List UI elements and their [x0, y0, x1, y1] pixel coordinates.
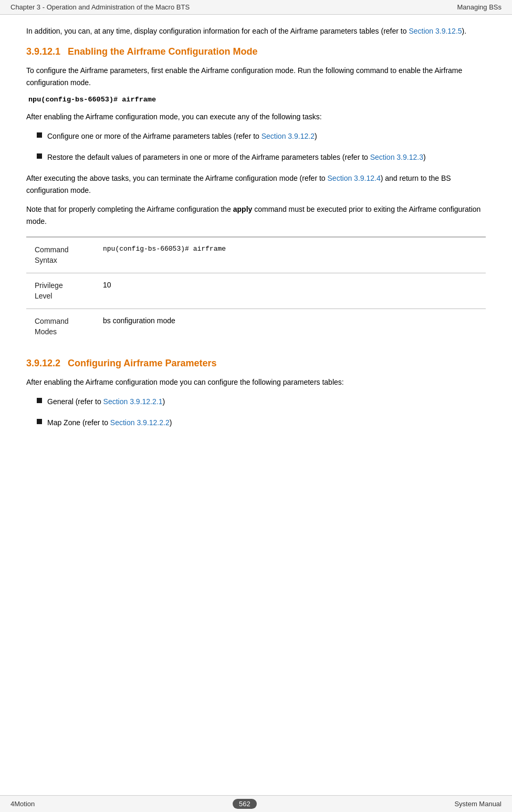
- bullet-1-end: ): [315, 132, 317, 140]
- s2-bullet-text-1: General (refer to Section 3.9.12.2.1): [47, 396, 165, 407]
- section-1-title: Enabling the Airframe Configuration Mode: [68, 46, 257, 57]
- table-row: CommandModes bs configuration mode: [26, 309, 486, 345]
- list-item: Map Zone (refer to Section 3.9.12.2.2): [37, 417, 486, 428]
- s2-bullet-1-text: General (refer to: [47, 397, 103, 406]
- list-item: Restore the default values of parameters…: [37, 151, 486, 163]
- bullet-icon: [37, 132, 42, 138]
- para4-before: Note that for properly completing the Ai…: [26, 205, 233, 213]
- s2-bullet-text-2: Map Zone (refer to Section 3.9.12.2.2): [47, 417, 172, 428]
- header-right: Managing BSs: [457, 3, 501, 11]
- bullet-icon: [37, 398, 42, 403]
- value-command-syntax: npu(config-bs-66053)# airframe: [95, 237, 486, 273]
- header-left: Chapter 3 - Operation and Administration…: [11, 3, 190, 11]
- section1-para4: Note that for properly completing the Ai…: [26, 203, 486, 227]
- label-privilege-level: PrivilegeLevel: [26, 273, 95, 309]
- table-row: CommandSyntax npu(config-bs-66053)# airf…: [26, 237, 486, 273]
- section1-para3: After executing the above tasks, you can…: [26, 172, 486, 196]
- bullet-1-link[interactable]: Section 3.9.12.2: [262, 132, 315, 140]
- intro-text: In addition, you can, at any time, displ…: [26, 27, 409, 35]
- label-command-syntax: CommandSyntax: [26, 237, 95, 273]
- bullet-2-end: ): [423, 153, 426, 161]
- para3-link[interactable]: Section 3.9.12.4: [328, 174, 381, 182]
- s2-bullet-2-text: Map Zone (refer to: [47, 418, 110, 427]
- bullet-text-2: Restore the default values of parameters…: [47, 151, 426, 163]
- para4-bold: apply: [233, 205, 253, 213]
- section1-para2: After enabling the Airframe configuratio…: [26, 111, 486, 122]
- s2-bullet-1-link[interactable]: Section 3.9.12.2.1: [103, 397, 163, 406]
- section1-bullet-list: Configure one or more of the Airframe pa…: [37, 130, 486, 163]
- section-2-number: 3.9.12.2: [26, 358, 60, 369]
- command-block-1: npu(config-bs-66053)# airframe: [26, 96, 486, 104]
- bullet-1-text: Configure one or more of the Airframe pa…: [47, 132, 262, 140]
- section-2-title: Configuring Airframe Parameters: [68, 358, 216, 369]
- bullet-2-text: Restore the default values of parameters…: [47, 153, 370, 161]
- bullet-2-link[interactable]: Section 3.9.12.3: [370, 153, 423, 161]
- section-1-heading: 3.9.12.1 Enabling the Airframe Configura…: [26, 46, 486, 57]
- s2-bullet-2-link[interactable]: Section 3.9.12.2.2: [110, 418, 170, 427]
- section2-para1: After enabling the Airframe configuratio…: [26, 376, 486, 388]
- label-command-modes: CommandModes: [26, 309, 95, 345]
- intro-text2: ).: [462, 27, 467, 35]
- list-item: General (refer to Section 3.9.12.2.1): [37, 396, 486, 407]
- bullet-text-1: Configure one or more of the Airframe pa…: [47, 130, 317, 142]
- list-item: Configure one or more of the Airframe pa…: [37, 130, 486, 142]
- intro-paragraph: In addition, you can, at any time, displ…: [26, 25, 486, 37]
- footer-right: System Manual: [454, 800, 501, 808]
- section-2-heading: 3.9.12.2 Configuring Airframe Parameters: [26, 358, 486, 369]
- bullet-icon: [37, 419, 42, 424]
- table-row: PrivilegeLevel 10: [26, 273, 486, 309]
- s2-bullet-1-end: ): [162, 397, 165, 406]
- footer-left: 4Motion: [11, 800, 35, 808]
- value-privilege-level: 10: [95, 273, 486, 309]
- para3-before: After executing the above tasks, you can…: [26, 174, 328, 182]
- value-command-modes: bs configuration mode: [95, 309, 486, 345]
- s2-bullet-2-end: ): [170, 418, 172, 427]
- main-content: In addition, you can, at any time, displ…: [0, 15, 512, 449]
- bullet-icon: [37, 153, 42, 159]
- section1-para1: To configure the Airframe parameters, fi…: [26, 65, 486, 88]
- section2-bullet-list: General (refer to Section 3.9.12.2.1) Ma…: [37, 396, 486, 429]
- page-header: Chapter 3 - Operation and Administration…: [0, 0, 512, 15]
- command-info-table: CommandSyntax npu(config-bs-66053)# airf…: [26, 237, 486, 345]
- page-footer: 4Motion 562 System Manual: [0, 795, 512, 812]
- page-number: 562: [233, 799, 257, 809]
- intro-link[interactable]: Section 3.9.12.5: [409, 27, 462, 35]
- section-1-number: 3.9.12.1: [26, 46, 60, 57]
